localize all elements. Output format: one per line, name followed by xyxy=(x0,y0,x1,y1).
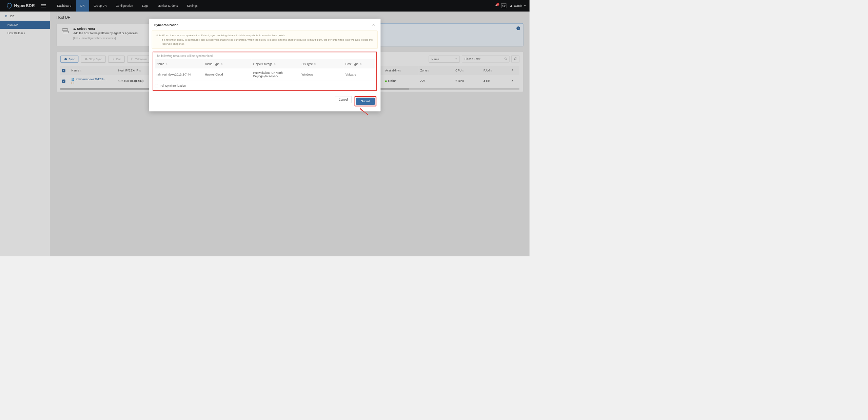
resources-table: Name ⇅ Cloud Type ⇅ Object Storage ⇅ OS … xyxy=(155,59,375,81)
m-cell-cloud: Huawei Cloud xyxy=(203,68,252,81)
submit-button[interactable]: Submit xyxy=(356,98,375,105)
full-sync-label: Full Synchronization xyxy=(160,84,186,87)
cancel-button[interactable]: Cancel xyxy=(335,96,352,103)
m-col-hosttype: Host Type xyxy=(346,62,358,66)
m-col-name: Name xyxy=(157,62,164,66)
sort-icon: ⇅ xyxy=(274,63,276,66)
m-col-storage: Object Storage xyxy=(253,62,273,66)
resources-intro: The following resources will be synchron… xyxy=(155,54,375,59)
note-line2: If a retention policy is configured and … xyxy=(156,38,374,46)
m-cell-storage: HuaweiCloud-CNNorth-Beijing4(data-sync-… xyxy=(252,68,300,81)
modal-title: Synchronization xyxy=(154,23,178,27)
checkbox-off-icon xyxy=(155,84,158,87)
m-col-cloud: Cloud Type xyxy=(205,62,219,66)
sort-icon: ⇅ xyxy=(165,63,167,66)
full-sync-checkbox[interactable]: Full Synchronization xyxy=(155,84,375,87)
m-cell-hosttype: VMware xyxy=(344,68,375,81)
note-line1: Note:When the snapshot quota is insuffic… xyxy=(156,33,374,38)
sort-icon: ⇅ xyxy=(221,63,223,66)
m-cell-name: mhm-windows2012r2-7.44 xyxy=(155,68,203,81)
m-col-os: OS Type xyxy=(301,62,313,66)
highlight-box-resources: The following resources will be synchron… xyxy=(153,52,377,91)
synchronization-modal: Synchronization ✕ Note:When the snapshot… xyxy=(149,19,380,111)
modal-footer: Cancel Submit xyxy=(149,93,380,111)
arrow-annotation-icon xyxy=(359,108,369,116)
sort-icon: ⇅ xyxy=(314,63,316,66)
sort-icon: ⇅ xyxy=(360,63,362,66)
resource-row: mhm-windows2012r2-7.44 Huawei Cloud Huaw… xyxy=(155,68,375,81)
modal-overlay: Synchronization ✕ Note:When the snapshot… xyxy=(0,0,530,256)
m-cell-os: Windows xyxy=(300,68,344,81)
close-icon[interactable]: ✕ xyxy=(372,23,375,27)
app-root: HyperBDR Dashboard DR Group DR Configura… xyxy=(0,0,530,256)
highlight-box-submit: Submit xyxy=(355,96,376,107)
warning-note: Note:When the snapshot quota is insuffic… xyxy=(152,30,378,49)
